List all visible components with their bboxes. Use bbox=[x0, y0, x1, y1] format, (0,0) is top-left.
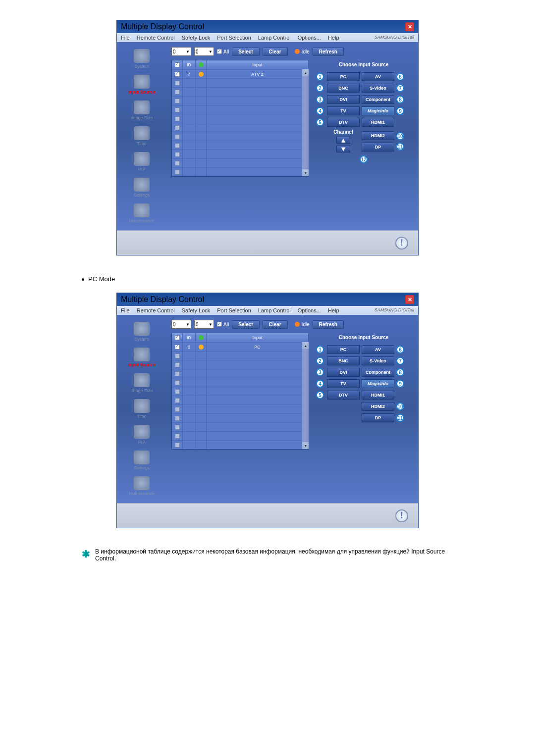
system-icon bbox=[134, 49, 150, 63]
sidebar-system[interactable]: System bbox=[117, 320, 166, 344]
close-icon[interactable]: ✕ bbox=[405, 22, 414, 31]
scroll-up-icon[interactable]: ▴ bbox=[302, 342, 309, 349]
menu-remote[interactable]: Remote Control bbox=[137, 307, 175, 313]
table-row[interactable]: 7 ATV 2 bbox=[172, 69, 309, 78]
svideo-button[interactable]: S-Video bbox=[362, 84, 394, 93]
sidebar-image-size[interactable]: Image Size bbox=[117, 371, 166, 395]
sidebar-input-source[interactable]: Input Source bbox=[117, 73, 166, 97]
sidebar-settings[interactable]: Settings bbox=[117, 176, 166, 200]
menu-file[interactable]: File bbox=[121, 307, 130, 313]
table-row bbox=[172, 105, 309, 114]
scroll-down-icon[interactable]: ▾ bbox=[302, 169, 309, 176]
pc-button[interactable]: PC bbox=[327, 345, 360, 354]
menu-lamp[interactable]: Lamp Control bbox=[258, 35, 291, 41]
dtv-button[interactable]: DTV bbox=[327, 118, 360, 127]
menu-lamp[interactable]: Lamp Control bbox=[258, 307, 291, 313]
component-button[interactable]: Component bbox=[362, 368, 394, 377]
th-input: Input bbox=[207, 60, 309, 69]
dropdown-1[interactable]: 0▼ bbox=[171, 47, 191, 56]
row-checkbox[interactable] bbox=[175, 72, 180, 77]
sidebar-image-size[interactable]: Image Size bbox=[117, 99, 166, 122]
tv-button[interactable]: TV bbox=[327, 379, 360, 388]
scroll-up-icon[interactable]: ▴ bbox=[302, 69, 309, 76]
hdmi2-button[interactable]: HDMI2 bbox=[362, 402, 394, 411]
cell-id: 7 bbox=[183, 70, 196, 78]
callout-11: 11 bbox=[396, 143, 404, 151]
close-icon[interactable]: ✕ bbox=[405, 295, 414, 304]
mdc-window-atv: Multiple Display Control ✕ File Remote C… bbox=[116, 20, 419, 255]
dvi-button[interactable]: DVI bbox=[327, 95, 360, 104]
display-table: ID Input 7 ATV 2 bbox=[171, 60, 309, 177]
magicinfo-button[interactable]: MagicInfo bbox=[362, 379, 394, 388]
sidebar-settings[interactable]: Settings bbox=[117, 449, 166, 472]
scrollbar[interactable]: ▴ ▾ bbox=[302, 69, 309, 176]
menubar: File Remote Control Safety Lock Port Sel… bbox=[117, 306, 418, 315]
th-check[interactable] bbox=[172, 60, 183, 69]
menu-port[interactable]: Port Selection bbox=[217, 35, 251, 41]
refresh-button[interactable]: Refresh bbox=[313, 48, 344, 56]
menu-options[interactable]: Options... bbox=[298, 307, 321, 313]
footer: ! bbox=[117, 230, 418, 255]
brand-logo: SAMSUNG DIGITall bbox=[374, 307, 414, 312]
sidebar-time[interactable]: Time bbox=[117, 124, 166, 148]
refresh-button[interactable]: Refresh bbox=[313, 320, 344, 329]
channel-up-button[interactable]: ▴ bbox=[336, 137, 350, 144]
channel-down-button[interactable]: ▾ bbox=[336, 146, 350, 152]
dropdown-2[interactable]: 0▼ bbox=[194, 47, 214, 56]
menu-help[interactable]: Help bbox=[328, 35, 339, 41]
clear-button[interactable]: Clear bbox=[263, 48, 288, 56]
menu-help[interactable]: Help bbox=[328, 307, 339, 313]
menu-safety[interactable]: Safety Lock bbox=[182, 307, 210, 313]
magicinfo-button[interactable]: MagicInfo bbox=[362, 106, 394, 115]
all-checkbox[interactable]: All bbox=[217, 49, 229, 54]
info-icon[interactable]: ! bbox=[395, 509, 408, 522]
settings-icon bbox=[134, 178, 150, 192]
av-button[interactable]: AV bbox=[362, 72, 394, 81]
cell-input: ATV 2 bbox=[207, 70, 309, 78]
all-checkbox[interactable]: All bbox=[217, 322, 229, 327]
hdmi1-button[interactable]: HDMI1 bbox=[362, 391, 394, 400]
menu-options[interactable]: Options... bbox=[298, 35, 321, 41]
info-icon[interactable]: ! bbox=[395, 237, 408, 250]
svideo-button[interactable]: S-Video bbox=[362, 356, 394, 365]
pc-mode-label: PC Mode bbox=[82, 275, 453, 283]
sidebar-pip[interactable]: PIP bbox=[117, 423, 166, 447]
brand-logo: SAMSUNG DIGITall bbox=[374, 35, 414, 40]
dvi-button[interactable]: DVI bbox=[327, 368, 360, 377]
sidebar-maintenance[interactable]: Maintenance bbox=[117, 202, 166, 225]
callout-3: 3 bbox=[316, 96, 324, 103]
idle-indicator: Idle bbox=[295, 322, 310, 327]
select-button[interactable]: Select bbox=[232, 320, 259, 329]
callout-5: 5 bbox=[316, 118, 324, 126]
sidebar-time[interactable]: Time bbox=[117, 397, 166, 421]
window-title: Multiple Display Control bbox=[121, 22, 204, 31]
menu-port[interactable]: Port Selection bbox=[217, 307, 251, 313]
sidebar-pip[interactable]: PIP bbox=[117, 150, 166, 174]
hdmi1-button[interactable]: HDMI1 bbox=[362, 118, 394, 127]
menu-file[interactable]: File bbox=[121, 35, 130, 41]
clear-button[interactable]: Clear bbox=[263, 320, 288, 329]
menu-remote[interactable]: Remote Control bbox=[137, 35, 175, 41]
component-button[interactable]: Component bbox=[362, 95, 394, 104]
dp-button[interactable]: DP bbox=[362, 413, 394, 422]
dropdown-2[interactable]: 0▼ bbox=[194, 320, 214, 329]
select-button[interactable]: Select bbox=[232, 48, 259, 56]
scrollbar[interactable]: ▴ ▾ bbox=[302, 342, 309, 449]
display-table: ID Input 0 PC bbox=[171, 333, 309, 450]
sidebar-input-source[interactable]: Input Source bbox=[117, 346, 166, 369]
dp-button[interactable]: DP bbox=[362, 143, 394, 151]
pc-button[interactable]: PC bbox=[327, 72, 360, 81]
sidebar-maintenance[interactable]: Maintenance bbox=[117, 474, 166, 498]
bnc-button[interactable]: BNC bbox=[327, 84, 360, 93]
av-button[interactable]: AV bbox=[362, 345, 394, 354]
dtv-button[interactable]: DTV bbox=[327, 391, 360, 400]
tv-button[interactable]: TV bbox=[327, 106, 360, 115]
menu-safety[interactable]: Safety Lock bbox=[182, 35, 210, 41]
table-row[interactable]: 0 PC bbox=[172, 342, 309, 351]
sidebar-system[interactable]: System bbox=[117, 47, 166, 71]
scroll-down-icon[interactable]: ▾ bbox=[302, 442, 309, 449]
bnc-button[interactable]: BNC bbox=[327, 356, 360, 365]
dropdown-1[interactable]: 0▼ bbox=[171, 320, 191, 329]
channel-controls: Channel ▴ ▾ bbox=[327, 129, 360, 153]
hdmi2-button[interactable]: HDMI2 bbox=[362, 131, 394, 140]
